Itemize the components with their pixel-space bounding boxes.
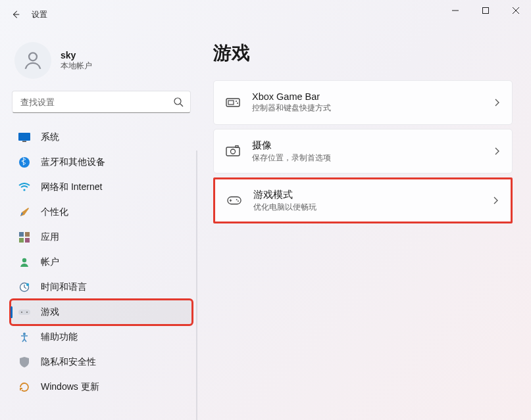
svg-rect-14 (18, 310, 30, 315)
apps-icon (18, 231, 30, 243)
profile-type: 本地帐户 (61, 60, 92, 72)
card-title: 游戏模式 (253, 189, 480, 201)
chevron-right-icon (493, 147, 500, 156)
svg-point-23 (231, 149, 236, 154)
svg-point-11 (22, 258, 26, 262)
close-button[interactable] (501, 0, 531, 21)
back-button[interactable] (3, 1, 29, 28)
avatar (14, 42, 51, 79)
sidebar-item-update[interactable]: Windows 更新 (11, 375, 192, 400)
card-captures[interactable]: 摄像 保存位置，录制首选项 (213, 129, 513, 174)
accessibility-icon (18, 331, 30, 343)
sidebar-item-apps[interactable]: 应用 (11, 225, 192, 250)
svg-point-20 (236, 101, 237, 102)
search-icon (173, 97, 184, 107)
card-subtitle: 保存位置，录制首选项 (252, 152, 482, 164)
shield-icon (18, 356, 30, 368)
sidebar-item-system[interactable]: 系统 (11, 125, 192, 150)
card-subtitle: 优化电脑以便畅玩 (253, 202, 480, 213)
maximize-button[interactable] (470, 0, 501, 21)
search-box[interactable] (12, 91, 191, 113)
minimize-icon (452, 7, 459, 14)
svg-rect-4 (22, 141, 26, 143)
svg-point-16 (26, 312, 28, 313)
sidebar-item-label: 应用 (41, 231, 59, 243)
close-icon (513, 7, 519, 14)
window-controls (440, 0, 531, 21)
sidebar-item-gaming[interactable]: 游戏 (11, 300, 192, 325)
brush-icon (18, 206, 30, 218)
gamepad-icon (18, 306, 30, 318)
sidebar-item-bluetooth[interactable]: 蓝牙和其他设备 (11, 150, 192, 175)
svg-point-1 (29, 53, 37, 60)
svg-rect-9 (19, 238, 24, 243)
card-xbox-game-bar[interactable]: Xbox Game Bar 控制器和键盘快捷方式 (213, 80, 513, 125)
sidebar-item-label: Windows 更新 (41, 381, 99, 393)
search-input[interactable] (19, 97, 173, 108)
card-title: 摄像 (252, 139, 482, 152)
sidebar-item-time[interactable]: 时间和语言 (11, 275, 192, 300)
sidebar-item-label: 蓝牙和其他设备 (41, 156, 105, 168)
page-title: 游戏 (213, 41, 513, 66)
wifi-icon (18, 181, 30, 193)
sidebar-scrollbar[interactable] (196, 151, 197, 420)
sidebar-item-network[interactable]: 网络和 Internet (11, 175, 192, 200)
svg-point-15 (21, 312, 22, 313)
update-icon (18, 381, 30, 393)
arrow-left-icon (11, 10, 20, 19)
sidebar-item-accessibility[interactable]: 辅助功能 (11, 325, 192, 350)
sidebar-item-label: 隐私和安全性 (41, 356, 96, 368)
profile-block[interactable]: sky 本地帐户 (11, 37, 192, 91)
sidebar-item-personalize[interactable]: 个性化 (11, 200, 192, 225)
game-mode-icon (227, 193, 241, 208)
svg-point-2 (174, 98, 181, 105)
sidebar-item-label: 时间和语言 (41, 281, 87, 293)
sidebar-item-label: 网络和 Internet (41, 181, 102, 193)
svg-rect-22 (226, 147, 240, 156)
svg-rect-10 (25, 238, 30, 243)
card-game-mode[interactable]: 游戏模式 优化电脑以便畅玩 (213, 177, 513, 223)
svg-rect-8 (25, 232, 30, 237)
sidebar-item-accounts[interactable]: 帐户 (11, 250, 192, 275)
sidebar-item-privacy[interactable]: 隐私和安全性 (11, 350, 192, 375)
svg-point-21 (237, 103, 238, 104)
person-icon (22, 49, 44, 72)
xbox-bar-icon (226, 95, 240, 110)
svg-point-26 (236, 199, 238, 200)
svg-point-6 (23, 189, 25, 191)
account-icon (18, 256, 30, 268)
nav-list: 系统 蓝牙和其他设备 网络和 Internet 个性化 (11, 125, 192, 400)
svg-point-13 (26, 283, 29, 286)
sidebar-item-label: 辅助功能 (41, 331, 78, 343)
main-pane: 游戏 Xbox Game Bar 控制器和键盘快捷方式 摄像 保存位置，录制首选… (197, 29, 531, 420)
sidebar-item-label: 系统 (41, 131, 59, 143)
window-title: 设置 (32, 9, 47, 20)
card-title: Xbox Game Bar (252, 91, 482, 102)
bluetooth-icon (18, 156, 30, 168)
sidebar-item-label: 个性化 (41, 206, 68, 218)
chevron-right-icon (492, 196, 499, 205)
svg-point-27 (238, 200, 239, 202)
svg-rect-19 (228, 101, 234, 105)
svg-rect-3 (18, 133, 30, 141)
svg-rect-7 (19, 232, 24, 237)
minimize-button[interactable] (440, 0, 470, 21)
sidebar-item-label: 游戏 (41, 306, 59, 318)
svg-rect-0 (483, 8, 489, 14)
svg-rect-24 (236, 146, 238, 148)
profile-name: sky (61, 50, 92, 60)
svg-point-17 (23, 333, 26, 335)
maximize-icon (482, 7, 489, 14)
sidebar: sky 本地帐户 系统 蓝牙和其他设备 (0, 29, 197, 420)
monitor-icon (18, 131, 30, 143)
clock-icon (18, 281, 30, 293)
sidebar-item-label: 帐户 (41, 256, 59, 268)
camera-icon (226, 144, 240, 158)
chevron-right-icon (493, 98, 500, 107)
card-subtitle: 控制器和键盘快捷方式 (252, 103, 482, 114)
